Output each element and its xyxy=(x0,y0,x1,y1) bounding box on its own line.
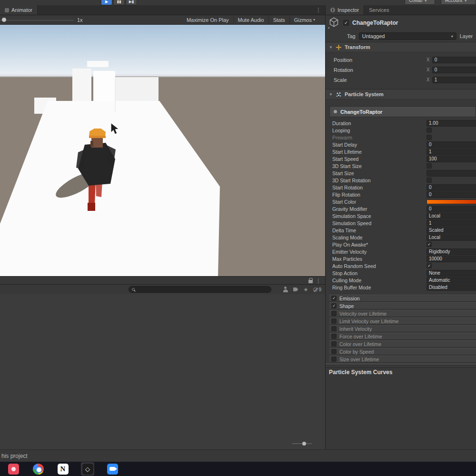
step-button[interactable]: ▶▮ xyxy=(126,0,137,5)
ps-property-delta-time: Delta TimeScaled xyxy=(329,227,476,234)
game-toolbar-gizmos[interactable]: Gizmos▾ xyxy=(289,15,319,24)
module-header-color-over-lifetime[interactable]: Color over Lifetime xyxy=(329,340,476,347)
taskbar-slot[interactable]: N xyxy=(56,462,69,476)
text-input[interactable]: 1.00 xyxy=(426,120,476,127)
color-swatch[interactable] xyxy=(426,199,476,204)
dropdown[interactable]: None xyxy=(426,270,476,277)
toolbar-item-label: Stats xyxy=(273,17,285,23)
module-checkbox[interactable]: ✓ xyxy=(331,303,337,308)
tab-animator[interactable]: Animator xyxy=(0,5,38,15)
text-input[interactable]: 0 xyxy=(426,184,476,191)
game-toolbar-mute-audio[interactable]: Mute Audio xyxy=(233,15,268,24)
taskbar-slot[interactable] xyxy=(7,462,20,476)
module-checkbox[interactable] xyxy=(331,326,337,331)
game-toolbar-stats[interactable]: Stats xyxy=(268,15,289,24)
ps-property-prewarm: Prewarm xyxy=(329,134,476,141)
dropdown[interactable]: Automatic xyxy=(426,277,476,284)
particle-main-module-header[interactable]: ChangeToRaptor xyxy=(329,106,476,117)
scale-slider-handle[interactable] xyxy=(2,18,6,22)
icon-size-slider-handle[interactable] xyxy=(302,442,306,446)
icon-size-slider-track[interactable] xyxy=(292,443,312,444)
checkbox[interactable]: ✓ xyxy=(426,263,432,268)
module-header-size-over-lifetime[interactable]: Size over Lifetime xyxy=(329,356,476,363)
transform-row-position: PositionX0 xyxy=(326,55,476,65)
dropdown[interactable]: Rigidbody xyxy=(426,248,476,255)
module-checkbox[interactable] xyxy=(331,357,337,362)
icon-dropdown-arrow[interactable]: ▾ xyxy=(328,26,330,30)
checkbox[interactable] xyxy=(426,178,432,183)
property-control: Disabled xyxy=(426,284,476,291)
checkbox[interactable]: ✓ xyxy=(426,242,432,247)
text-input[interactable]: 10000 xyxy=(426,256,476,262)
module-checkbox[interactable] xyxy=(331,349,337,354)
property-control: Scaled xyxy=(426,227,476,234)
text-input[interactable] xyxy=(426,170,476,177)
panel-menu-icon[interactable]: ⋮ xyxy=(316,278,321,284)
tag-dropdown[interactable]: Untagged ▾ xyxy=(359,32,456,40)
particle-dot-icon xyxy=(334,110,337,113)
taskbar-slot[interactable] xyxy=(31,462,45,476)
transform-row-scale: ScaleX1 xyxy=(326,75,476,85)
module-header-color-by-speed[interactable]: Color by Speed xyxy=(329,348,476,355)
taskbar-slot-active[interactable]: ◇ xyxy=(81,462,94,476)
search-input[interactable] xyxy=(129,286,271,293)
chevron-down-icon: ▾ xyxy=(425,0,426,3)
module-checkbox[interactable]: ✓ xyxy=(331,296,337,301)
module-checkbox[interactable] xyxy=(331,341,337,347)
play-button[interactable]: ▶ xyxy=(101,0,112,5)
dropdown[interactable]: Disabled xyxy=(426,284,476,291)
active-checkbox[interactable]: ✓ xyxy=(343,20,349,26)
text-input[interactable]: 0 xyxy=(426,191,476,198)
property-label: Start Speed xyxy=(332,156,358,162)
dropdown[interactable]: Local xyxy=(426,234,476,241)
foldout-icon[interactable]: ▼ xyxy=(329,45,333,50)
text-input[interactable]: 0 xyxy=(426,141,476,148)
lock-icon[interactable] xyxy=(308,280,313,283)
module-header-emission[interactable]: ✓Emission xyxy=(329,295,476,302)
text-input[interactable]: 100 xyxy=(426,156,476,162)
text-input[interactable]: 1 xyxy=(426,220,476,227)
module-checkbox[interactable] xyxy=(331,318,337,324)
transform-component-header[interactable]: ▼ Transform xyxy=(326,42,476,52)
taskbar-slot[interactable] xyxy=(106,462,119,476)
pause-button[interactable]: ▮▮ xyxy=(113,0,125,5)
number-input[interactable]: 0 xyxy=(432,57,476,63)
transform-row-rotation: RotationX0 xyxy=(326,65,476,75)
module-header-shape[interactable]: ✓Shape xyxy=(329,302,476,309)
text-input[interactable]: 1 xyxy=(426,149,476,155)
tab-services[interactable]: Services xyxy=(364,5,394,15)
module-header-limit-velocity-over-lifetime[interactable]: Limit Velocity over Lifetime xyxy=(329,317,476,325)
game-toolbar-maximize-on-play[interactable]: Maximize On Play xyxy=(182,15,233,24)
particle-system-component-header[interactable]: ▼ Particle System xyxy=(326,89,476,99)
ps-property-start-color: Start Color xyxy=(329,198,476,205)
collab-button[interactable]: Collab ▾ xyxy=(405,0,435,5)
checkbox[interactable] xyxy=(426,163,432,169)
label-filter-icon[interactable] xyxy=(293,288,298,291)
module-checkbox[interactable] xyxy=(331,311,337,316)
number-input[interactable]: 0 xyxy=(432,67,476,73)
project-browser-area[interactable] xyxy=(0,294,325,449)
dropdown[interactable]: Local xyxy=(426,213,476,219)
text-input[interactable]: 0 xyxy=(426,206,476,212)
user-filter-icon[interactable] xyxy=(283,287,288,292)
favorites-icon[interactable]: ★ xyxy=(304,286,308,293)
account-button[interactable]: Account ▾ xyxy=(441,0,476,5)
dropdown[interactable]: Scaled xyxy=(426,227,476,234)
property-label: Simulation Speed xyxy=(332,220,371,226)
checkbox[interactable] xyxy=(426,135,432,140)
number-input[interactable]: 1 xyxy=(432,77,476,83)
ps-property-3d-start-rotation: 3D Start Rotation xyxy=(329,177,476,184)
checkbox[interactable] xyxy=(426,128,432,133)
scale-slider-track[interactable] xyxy=(0,20,74,20)
hidden-items-toggle[interactable]: 9 xyxy=(313,287,321,292)
module-checkbox[interactable] xyxy=(331,334,337,339)
tab-inspector[interactable]: Inspector xyxy=(326,5,364,15)
game-viewport[interactable] xyxy=(0,25,325,276)
module-header-velocity-over-lifetime[interactable]: Velocity over Lifetime xyxy=(329,310,476,317)
ps-property-play-on-awake: Play On Awake*✓ xyxy=(329,241,476,248)
vector-field: X1 xyxy=(426,77,476,83)
foldout-icon[interactable]: ▼ xyxy=(329,92,333,97)
module-header-force-over-lifetime[interactable]: Force over Lifetime xyxy=(329,333,476,340)
panel-menu-icon[interactable]: ⋮ xyxy=(316,7,321,13)
module-header-inherit-velocity[interactable]: Inherit Velocity xyxy=(329,325,476,332)
